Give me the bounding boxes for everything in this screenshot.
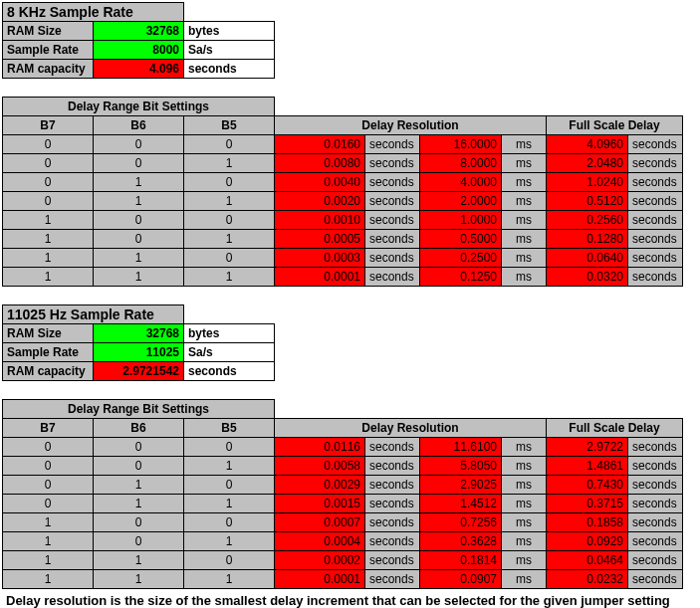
ms-unit: ms (502, 230, 547, 249)
b5-header: B5 (184, 419, 275, 438)
delay-res-seconds-value: 0.0001 (275, 570, 365, 589)
b6-value: 1 (94, 268, 184, 287)
seconds-unit: seconds (628, 570, 683, 589)
b7-value: 0 (3, 457, 94, 476)
full-scale-delay-value: 0.1280 (547, 230, 628, 249)
ram-capacity-value: 4.096 (94, 60, 184, 79)
delay-res-seconds-value: 0.0003 (275, 249, 365, 268)
seconds-unit: seconds (365, 513, 420, 532)
full-scale-delay-value: 0.7430 (547, 476, 628, 495)
b5-value: 0 (184, 438, 275, 457)
b5-value: 1 (184, 230, 275, 249)
b5-value: 1 (184, 268, 275, 287)
full-scale-delay-header: Full Scale Delay (547, 116, 683, 135)
b6-value: 0 (94, 438, 184, 457)
b5-value: 0 (184, 513, 275, 532)
seconds-unit: seconds (628, 457, 683, 476)
sas-unit: Sa/s (184, 41, 275, 60)
ms-unit: ms (502, 192, 547, 211)
seconds-unit: seconds (628, 249, 683, 268)
b7-value: 1 (3, 249, 94, 268)
ms-unit: ms (502, 551, 547, 570)
seconds-unit: seconds (628, 211, 683, 230)
section-title: 11025 Hz Sample Rate (3, 305, 184, 324)
b7-value: 1 (3, 211, 94, 230)
b6-value: 1 (94, 249, 184, 268)
seconds-unit: seconds (628, 135, 683, 154)
ms-unit: ms (502, 211, 547, 230)
b6-value: 1 (94, 495, 184, 513)
delay-res-seconds-value: 0.0002 (275, 551, 365, 570)
b7-value: 0 (3, 438, 94, 457)
delay-res-seconds-value: 0.0004 (275, 532, 365, 551)
b5-value: 1 (184, 532, 275, 551)
full-scale-delay-value: 1.0240 (547, 173, 628, 192)
delay-res-seconds-value: 0.0080 (275, 154, 365, 173)
b6-value: 1 (94, 192, 184, 211)
delay-res-seconds-value: 0.0001 (275, 268, 365, 287)
delay-res-ms-value: 0.2500 (420, 249, 502, 268)
b7-value: 1 (3, 570, 94, 589)
b7-value: 0 (3, 173, 94, 192)
ram-size-label: RAM Size (3, 324, 94, 343)
full-scale-delay-value: 0.2560 (547, 211, 628, 230)
sample-rate-value: 8000 (94, 41, 184, 60)
delay-res-ms-value: 2.0000 (420, 192, 502, 211)
ms-unit: ms (502, 135, 547, 154)
ram-capacity-label: RAM capacity (3, 362, 94, 381)
full-scale-delay-value: 0.0640 (547, 249, 628, 268)
full-scale-delay-value: 0.0232 (547, 570, 628, 589)
delay-res-seconds-value: 0.0029 (275, 476, 365, 495)
seconds-unit: seconds (365, 551, 420, 570)
seconds-unit: seconds (628, 532, 683, 551)
section-title: 8 KHz Sample Rate (3, 3, 184, 22)
delay-res-seconds-value: 0.0058 (275, 457, 365, 476)
delay-resolution-header: Delay Resolution (275, 419, 547, 438)
delay-res-ms-value: 0.1250 (420, 268, 502, 287)
delay-res-ms-value: 2.9025 (420, 476, 502, 495)
full-scale-delay-value: 2.9722 (547, 438, 628, 457)
seconds-unit: seconds (628, 513, 683, 532)
delay-range-bit-settings-header: Delay Range Bit Settings (3, 400, 275, 419)
b5-value: 0 (184, 249, 275, 268)
ms-unit: ms (502, 513, 547, 532)
b5-value: 0 (184, 135, 275, 154)
full-scale-delay-value: 0.0464 (547, 551, 628, 570)
ms-unit: ms (502, 457, 547, 476)
delay-res-ms-value: 11.6100 (420, 438, 502, 457)
seconds-unit: seconds (628, 173, 683, 192)
b6-value: 1 (94, 570, 184, 589)
ms-unit: ms (502, 495, 547, 513)
seconds-unit: seconds (628, 551, 683, 570)
full-scale-delay-value: 0.0320 (547, 268, 628, 287)
bytes-unit: bytes (184, 324, 275, 343)
seconds-unit: seconds (365, 495, 420, 513)
seconds-unit: seconds (628, 154, 683, 173)
b6-value: 0 (94, 457, 184, 476)
delay-res-seconds-value: 0.0007 (275, 513, 365, 532)
b5-value: 1 (184, 192, 275, 211)
delay-res-ms-value: 8.0000 (420, 154, 502, 173)
b7-value: 0 (3, 135, 94, 154)
seconds-unit: seconds (365, 268, 420, 287)
sample-rate-label: Sample Rate (3, 41, 94, 60)
b5-value: 0 (184, 173, 275, 192)
footer-line-1: Delay resolution is the size of the smal… (2, 589, 698, 608)
seconds-unit: seconds (365, 532, 420, 551)
b7-header: B7 (3, 116, 94, 135)
b6-header: B6 (94, 419, 184, 438)
b7-value: 1 (3, 230, 94, 249)
seconds-unit: seconds (365, 249, 420, 268)
seconds-unit: seconds (365, 135, 420, 154)
b6-value: 0 (94, 154, 184, 173)
ms-unit: ms (502, 249, 547, 268)
full-scale-delay-value: 0.5120 (547, 192, 628, 211)
delay-table-section: 11025 Hz Sample Rate RAM Size 32768 byte… (2, 287, 683, 589)
ms-unit: ms (502, 154, 547, 173)
ms-unit: ms (502, 268, 547, 287)
b7-value: 1 (3, 268, 94, 287)
seconds-unit: seconds (365, 570, 420, 589)
ms-unit: ms (502, 476, 547, 495)
ms-unit: ms (502, 438, 547, 457)
b5-value: 1 (184, 570, 275, 589)
